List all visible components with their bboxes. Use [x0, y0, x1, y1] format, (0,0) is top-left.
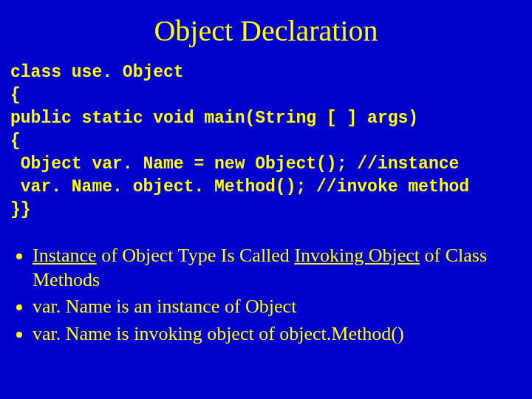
code-line-1: class use. Object: [10, 63, 184, 82]
code-line-5: Object var. Name = new Object(); //insta…: [10, 154, 459, 174]
bullet-1: Instance of Object Type Is Called Invoki…: [33, 244, 525, 292]
code-block: class use. Object { public static void m…: [10, 61, 525, 222]
code-line-2: {: [10, 86, 21, 105]
bullet-list: Instance of Object Type Is Called Invoki…: [33, 244, 525, 346]
code-line-6: var. Name. object. Method(); //invoke me…: [10, 177, 469, 197]
bullet-1-text-1: of Object Type Is Called: [97, 245, 295, 266]
bullet-2: var. Name is an instance of Object: [33, 295, 525, 319]
bullet-1-underline-2: Invoking Object: [294, 245, 420, 266]
bullet-1-underline-1: Instance: [33, 245, 97, 266]
slide-title: Object Declaration: [7, 13, 525, 48]
code-line-3: public static void main(String [ ] args): [10, 109, 418, 128]
code-line-7: }}: [10, 200, 31, 219]
bullet-3: var. Name is invoking object of object.M…: [33, 322, 525, 347]
code-line-4: {: [10, 132, 21, 151]
slide: Object Declaration class use. Object { p…: [0, 0, 532, 399]
